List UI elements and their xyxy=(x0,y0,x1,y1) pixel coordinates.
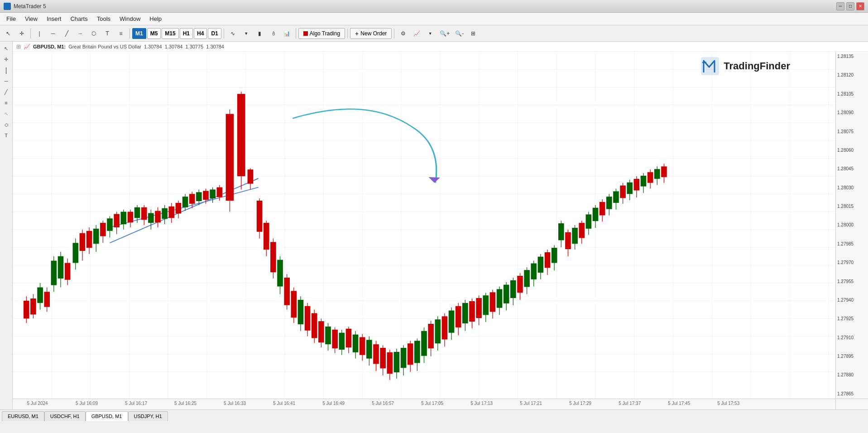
close-button[interactable]: ✕ xyxy=(856,2,864,10)
left-toolbar: ↖ ✛ | ─ ╱ ≡ ⟍ ◇ T xyxy=(0,42,13,409)
svg-rect-159 xyxy=(428,324,434,348)
analytics-btn[interactable]: 📈 xyxy=(410,27,423,40)
line-chart-btn[interactable]: ∿ xyxy=(226,27,239,40)
svg-rect-141 xyxy=(366,340,372,358)
svg-rect-51 xyxy=(44,292,50,307)
svg-rect-209 xyxy=(599,202,605,215)
menu-view[interactable]: View xyxy=(20,14,42,24)
tf-m15[interactable]: M15 xyxy=(162,28,178,39)
algo-trading-button[interactable]: Algo Trading xyxy=(298,28,345,39)
tf-h1[interactable]: H1 xyxy=(180,28,193,39)
svg-rect-195 xyxy=(551,248,557,263)
svg-rect-223 xyxy=(647,172,653,183)
svg-rect-213 xyxy=(613,191,619,203)
crosshair-tool[interactable]: ✛ xyxy=(15,27,28,40)
chart-type-dropdown[interactable]: ▼ xyxy=(240,27,253,40)
svg-rect-127 xyxy=(318,321,324,342)
tab-gbpusd-m1[interactable]: GBPUSD, M1 xyxy=(86,411,128,421)
tab-eurusd-m1[interactable]: EURUSD, M1 xyxy=(2,411,44,421)
shapes-tool[interactable]: ⬡ xyxy=(87,27,100,40)
svg-rect-217 xyxy=(627,183,633,194)
draw-channel[interactable]: ⟍ xyxy=(1,109,11,119)
tab-usdchf-h1[interactable]: USDCHF, H1 xyxy=(44,411,86,421)
draw-text[interactable]: T xyxy=(1,130,11,140)
chart-description: Great Britain Pound vs US Dollar xyxy=(68,44,141,49)
svg-rect-83 xyxy=(155,211,161,223)
svg-rect-99 xyxy=(226,114,234,201)
draw-hline2[interactable]: ≡ xyxy=(1,98,11,108)
horizontal-line-tool[interactable]: ─ xyxy=(47,27,59,40)
menu-tools[interactable]: Tools xyxy=(92,14,115,24)
svg-rect-119 xyxy=(291,291,297,318)
grid-btn[interactable]: ⊞ xyxy=(467,27,480,40)
new-order-button[interactable]: + New Order xyxy=(350,28,392,39)
app-logo xyxy=(4,3,11,10)
algo-indicator xyxy=(303,31,308,36)
svg-rect-211 xyxy=(606,197,612,209)
toolbar: ↖ ✛ | ─ ╱ → ⬡ T ≡ M1 M5 M15 H1 H4 D1 ∿ ▼… xyxy=(0,25,868,42)
fibonacci-tool[interactable]: ≡ xyxy=(115,27,127,40)
new-order-label: New Order xyxy=(360,30,387,37)
tf-m1[interactable]: M1 xyxy=(132,28,146,39)
svg-rect-47 xyxy=(30,298,36,314)
tf-h4[interactable]: H4 xyxy=(194,28,207,39)
chart-tool-2[interactable]: 📊 xyxy=(281,27,293,40)
minimize-button[interactable]: ─ xyxy=(836,2,844,10)
price-level-9: 1.28015 xyxy=(837,204,867,209)
svg-rect-201 xyxy=(572,228,578,244)
draw-cross[interactable]: ✛ xyxy=(1,54,11,64)
trend-line-tool[interactable]: ╱ xyxy=(60,27,73,40)
menu-bar: File View Insert Charts Tools Window Hel… xyxy=(0,13,868,25)
svg-rect-93 xyxy=(189,194,195,204)
svg-rect-187 xyxy=(524,270,530,287)
chart-canvas[interactable]: TradingFinder Ascending wedge pattern (H… xyxy=(13,52,835,399)
svg-rect-129 xyxy=(325,327,331,344)
svg-rect-173 xyxy=(476,298,482,318)
draw-cursor[interactable]: ↖ xyxy=(1,43,11,53)
svg-rect-135 xyxy=(346,329,352,347)
tab-usdjpy-h1[interactable]: USDJPY, H1 xyxy=(128,411,168,421)
svg-rect-123 xyxy=(305,306,311,331)
svg-rect-95 xyxy=(196,192,202,201)
draw-vline[interactable]: | xyxy=(1,65,11,75)
menu-charts[interactable]: Charts xyxy=(66,14,92,24)
candlestick-btn[interactable]: 🕯 xyxy=(267,27,280,40)
svg-rect-53 xyxy=(51,261,57,285)
zoom-in-btn[interactable]: 🔍+ xyxy=(437,27,452,40)
svg-rect-189 xyxy=(531,263,537,279)
sep-4 xyxy=(296,29,296,38)
svg-rect-139 xyxy=(360,337,365,355)
analytics-dropdown[interactable]: ▼ xyxy=(424,27,436,40)
menu-insert[interactable]: Insert xyxy=(42,14,66,24)
vertical-line-tool[interactable]: | xyxy=(33,27,46,40)
time-label-6: 5 Jul 16:49 xyxy=(322,401,345,406)
time-label-5: 5 Jul 16:41 xyxy=(273,401,295,406)
tf-m5[interactable]: M5 xyxy=(147,28,161,39)
svg-rect-77 xyxy=(134,207,140,218)
svg-rect-185 xyxy=(517,276,523,293)
svg-rect-181 xyxy=(504,285,509,303)
draw-shapes[interactable]: ◇ xyxy=(1,120,11,130)
arrow-line-tool[interactable]: → xyxy=(74,27,86,40)
menu-help[interactable]: Help xyxy=(145,14,166,24)
menu-window[interactable]: Window xyxy=(115,14,145,24)
maximize-button[interactable]: □ xyxy=(846,2,854,10)
cursor-tool[interactable]: ↖ xyxy=(2,27,14,40)
svg-rect-91 xyxy=(182,197,188,207)
time-label-1: 5 Jul 16:09 xyxy=(76,401,98,406)
svg-rect-179 xyxy=(497,289,503,308)
menu-file[interactable]: File xyxy=(2,14,20,24)
svg-rect-81 xyxy=(148,213,154,223)
chart-close: 1.30784 xyxy=(206,44,224,49)
draw-tline[interactable]: ╱ xyxy=(1,87,11,97)
svg-rect-157 xyxy=(421,331,427,356)
zoom-out-btn[interactable]: 🔍- xyxy=(453,27,466,40)
bar-chart-btn[interactable]: ▮ xyxy=(254,27,266,40)
chart-svg xyxy=(13,52,835,399)
svg-rect-197 xyxy=(558,223,564,240)
indicators-btn[interactable]: ⚙ xyxy=(397,27,409,40)
tf-d1[interactable]: D1 xyxy=(208,28,221,39)
text-tool[interactable]: T xyxy=(101,27,114,40)
draw-hline[interactable]: ─ xyxy=(1,76,11,86)
time-label-11: 5 Jul 17:29 xyxy=(569,401,591,406)
